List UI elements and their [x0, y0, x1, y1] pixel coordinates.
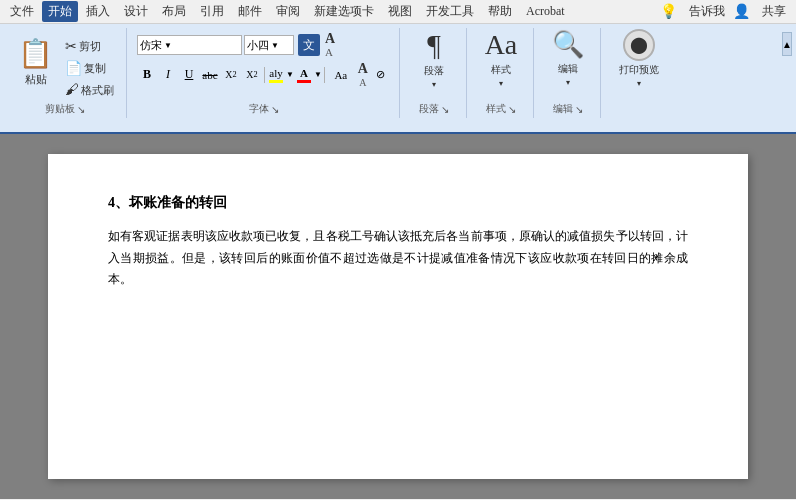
menu-bar: 文件 开始 插入 设计 布局 引用 邮件 审阅 新建选项卡 视图 开发工具 帮助… — [0, 0, 796, 24]
menu-design[interactable]: 设计 — [118, 1, 154, 22]
font-label: 字体 ↘ — [249, 102, 279, 116]
menu-devtools[interactable]: 开发工具 — [420, 1, 480, 22]
paragraph-icon: ¶ — [427, 28, 441, 62]
font-size-large-button[interactable]: A A — [356, 60, 370, 89]
font-size-dropdown-arrow: ▼ — [271, 41, 279, 50]
menu-mail[interactable]: 邮件 — [232, 1, 268, 22]
font-group: 仿宋 ▼ 小四 ▼ 文 A A B I — [129, 28, 400, 118]
bold-button[interactable]: B — [137, 65, 157, 85]
print-preview-icon: ⬤ — [623, 29, 655, 61]
copy-icon: 📄 — [65, 60, 82, 77]
strikethrough-button[interactable]: abc — [200, 65, 220, 85]
font-decrease-button[interactable]: A — [324, 47, 336, 58]
divider2 — [324, 67, 325, 83]
clipboard-expand-icon[interactable]: ↘ — [77, 104, 85, 115]
font-color-dropdown-arrow[interactable]: ▼ — [314, 70, 322, 79]
font-increase-button[interactable]: A — [324, 32, 336, 46]
font-name-selector[interactable]: 仿宋 ▼ — [137, 35, 242, 55]
clear-format-button[interactable]: ⊘ — [371, 65, 391, 85]
print-preview-group: ⬤ 打印预览 ▾ — [603, 28, 675, 118]
edit-chevron: ▾ — [566, 78, 570, 87]
cut-button[interactable]: ✂ 剪切 — [61, 36, 118, 57]
ribbon-collapse-button[interactable]: ▲ — [782, 32, 792, 56]
menu-file[interactable]: 文件 — [4, 1, 40, 22]
style-icon: Aa — [485, 29, 518, 61]
format-painter-icon: 🖌 — [65, 82, 79, 98]
menu-acrobat[interactable]: Acrobat — [520, 2, 571, 21]
font-expand-icon[interactable]: ↘ — [271, 104, 279, 115]
font-color-button[interactable]: A — [295, 66, 313, 84]
lightbulb-icon: 💡 — [660, 3, 677, 20]
menu-newtab[interactable]: 新建选项卡 — [308, 1, 380, 22]
style-button[interactable]: Aa 样式 ▾ — [477, 28, 525, 88]
document-area: 4、坏账准备的转回 如有客观证据表明该应收款项已收复，且各税工号确认该抵充后各当… — [0, 134, 796, 499]
style-expand-icon[interactable]: ↘ — [508, 104, 516, 115]
edit-button[interactable]: 🔍 编辑 ▾ — [544, 28, 592, 88]
format-painter-button[interactable]: 🖌 格式刷 — [61, 80, 118, 100]
font-color-swatch — [297, 80, 311, 83]
superscript-button[interactable]: X2 — [242, 65, 262, 85]
paragraph-button[interactable]: ¶ 段落 ▾ — [410, 28, 458, 89]
paragraph-group: ¶ 段落 ▾ 段落 ↘ — [402, 28, 467, 118]
edit-group: 🔍 编辑 ▾ 编辑 ↘ — [536, 28, 601, 118]
highlight-color-button[interactable]: aly — [267, 66, 285, 84]
divider1 — [264, 67, 265, 83]
underline-button[interactable]: U — [179, 65, 199, 85]
menu-start[interactable]: 开始 — [42, 1, 78, 22]
edit-label: 编辑 ↘ — [553, 102, 583, 116]
menu-help[interactable]: 帮助 — [482, 1, 518, 22]
menu-review[interactable]: 审阅 — [270, 1, 306, 22]
subscript-button[interactable]: X2 — [221, 65, 241, 85]
user-icon: 👤 — [733, 3, 750, 20]
aa-button[interactable]: Aa — [327, 65, 355, 85]
paste-icon: 📋 — [18, 37, 53, 70]
paste-button[interactable]: 📋 粘贴 — [12, 32, 59, 92]
menu-view[interactable]: 视图 — [382, 1, 418, 22]
menu-reference[interactable]: 引用 — [194, 1, 230, 22]
menu-tellme[interactable]: 告诉我 — [683, 1, 731, 22]
edit-icon: 🔍 — [552, 29, 584, 60]
print-preview-button[interactable]: ⬤ 打印预览 ▾ — [611, 28, 667, 88]
paragraph-chevron: ▾ — [432, 80, 436, 89]
wen-button[interactable]: 文 — [298, 34, 320, 56]
style-label: 样式 ↘ — [486, 102, 516, 116]
menu-insert[interactable]: 插入 — [80, 1, 116, 22]
italic-button[interactable]: I — [158, 65, 178, 85]
cut-icon: ✂ — [65, 38, 77, 55]
font-name-dropdown-arrow: ▼ — [164, 41, 172, 50]
font-size-selector[interactable]: 小四 ▼ — [244, 35, 294, 55]
clipboard-label: 剪贴板 ↘ — [45, 102, 85, 116]
ribbon: 📋 粘贴 ✂ 剪切 📄 复制 🖌 格式刷 — [0, 24, 796, 134]
menu-share[interactable]: 共享 — [756, 1, 792, 22]
paragraph-label: 段落 ↘ — [419, 102, 449, 116]
highlight-swatch — [269, 80, 283, 83]
document-heading: 4、坏账准备的转回 — [108, 194, 688, 212]
clipboard-group: 📋 粘贴 ✂ 剪切 📄 复制 🖌 格式刷 — [4, 28, 127, 118]
highlight-dropdown-arrow[interactable]: ▼ — [286, 70, 294, 79]
paragraph-expand-icon[interactable]: ↘ — [441, 104, 449, 115]
copy-button[interactable]: 📄 复制 — [61, 58, 118, 79]
document-page: 4、坏账准备的转回 如有客观证据表明该应收款项已收复，且各税工号确认该抵充后各当… — [48, 154, 748, 479]
print-chevron: ▾ — [637, 79, 641, 88]
edit-expand-icon[interactable]: ↘ — [575, 104, 583, 115]
menu-layout[interactable]: 布局 — [156, 1, 192, 22]
style-chevron: ▾ — [499, 79, 503, 88]
style-group: Aa 样式 ▾ 样式 ↘ — [469, 28, 534, 118]
document-paragraph[interactable]: 如有客观证据表明该应收款项已收复，且各税工号确认该抵充后各当前事项，原确认的减值… — [108, 226, 688, 291]
